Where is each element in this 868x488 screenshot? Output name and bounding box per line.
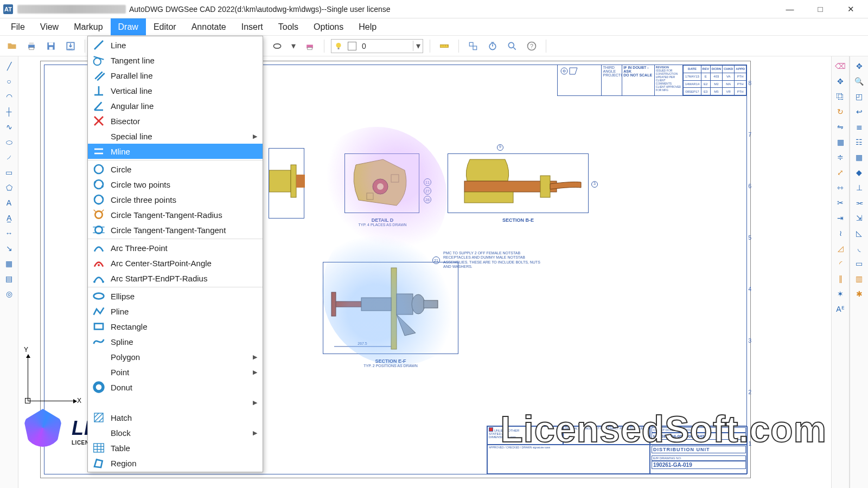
draw-menu-point[interactable]: Point▶ xyxy=(88,364,263,380)
modify-tool-scale-icon[interactable]: ⤢ xyxy=(833,166,847,179)
view-tool-ast-icon[interactable]: ✱ xyxy=(852,287,866,300)
draw-menu-arc-center-startpoint-angle[interactable]: Arc Center-StartPoint-Angle xyxy=(88,255,263,271)
modify-tool-copy-icon[interactable]: ⿻ xyxy=(833,90,847,103)
left-tool-axis-icon[interactable]: ┼ xyxy=(2,105,16,118)
left-tool-target-icon[interactable]: ◎ xyxy=(2,287,16,300)
modify-tool-break-icon[interactable]: ≀ xyxy=(833,227,847,240)
draw-menu-circle-tangent-tangent-tangent[interactable]: Circle Tangent-Tangent-Tangent xyxy=(88,222,263,237)
draw-menu-table[interactable]: Table xyxy=(88,440,263,455)
view-tool-prev-icon[interactable]: ↩ xyxy=(852,105,866,118)
export-image-icon[interactable]: IMG xyxy=(63,38,78,54)
draw-menu-circle-two-points[interactable]: Circle two points xyxy=(88,177,263,192)
draw-menu-parallel-line[interactable]: Parallel line xyxy=(88,68,263,83)
save-icon[interactable] xyxy=(43,38,59,54)
view-tool-join-icon[interactable]: ⫘ xyxy=(852,196,866,209)
view-tool-ch2-icon[interactable]: ◺ xyxy=(852,227,866,240)
minimize-button[interactable]: — xyxy=(782,4,797,14)
timer-icon[interactable] xyxy=(485,38,500,54)
menu-tools[interactable]: Tools xyxy=(271,18,306,35)
draw-menu-line[interactable]: Line xyxy=(88,37,263,53)
modify-tool-array-icon[interactable]: ▦ xyxy=(833,136,847,149)
find-icon[interactable] xyxy=(505,38,520,54)
modify-tool-textstyle-icon[interactable]: Aᴱ xyxy=(833,303,847,316)
draw-menu-circle-three-points[interactable]: Circle three points xyxy=(88,192,263,207)
menu-options[interactable]: Options xyxy=(306,18,351,35)
modify-tool-erase-icon[interactable]: ⌫ xyxy=(833,60,847,73)
draw-menu-spline[interactable]: Spline xyxy=(88,334,263,349)
select-similar-icon[interactable] xyxy=(465,38,481,54)
modify-tool-trim-icon[interactable]: ✂ xyxy=(833,196,847,209)
draw-menu-donut[interactable]: Donut xyxy=(88,380,263,395)
draw-menu-polygon[interactable]: Polygon▶ xyxy=(88,349,263,364)
draw-menu-arc-startpt-endpt-radius[interactable]: Arc StartPT-EndPT-Radius xyxy=(88,271,263,286)
left-tool-arc-icon[interactable]: ◠ xyxy=(2,90,16,103)
draw-menu-pline[interactable]: Pline xyxy=(88,304,263,319)
draw-menu-item[interactable]: ▶ xyxy=(88,395,263,410)
menu-editor[interactable]: Editor xyxy=(146,18,184,35)
layer-dropdown-caret-icon[interactable]: ▾ xyxy=(413,41,423,51)
draw-menu-hatch[interactable]: Hatch xyxy=(88,410,263,425)
modify-tool-align-icon[interactable]: ≑ xyxy=(833,151,847,164)
draw-menu-angular-line[interactable]: Angular line xyxy=(88,98,263,113)
open-icon[interactable] xyxy=(4,38,20,54)
modify-tool-fillet-icon[interactable]: ◜ xyxy=(833,257,847,270)
modify-tool-chamfer-icon[interactable]: ◿ xyxy=(833,242,847,255)
view-tool-grid-icon[interactable]: ▦ xyxy=(852,151,866,164)
draw-menu-circle-tangent-tangent-radius[interactable]: Circle Tangent-Tangent-Radius xyxy=(88,207,263,222)
left-tool-dim-icon[interactable]: ↔ xyxy=(2,227,16,240)
view-tool-layers-icon[interactable]: ≣ xyxy=(852,120,866,133)
layer-selector[interactable]: 0 ▾ xyxy=(331,39,423,53)
left-tool-circle-icon[interactable]: ○ xyxy=(2,75,16,88)
draw-menu-ellipse[interactable]: Ellipse xyxy=(88,288,263,304)
modify-tool-move-icon[interactable]: ✥ xyxy=(833,75,847,88)
left-tool-ellipse-icon[interactable]: ⬭ xyxy=(2,136,16,149)
view-tool-pal-icon[interactable]: ▥ xyxy=(852,272,866,285)
menu-help[interactable]: Help xyxy=(351,18,384,35)
loop-icon[interactable] xyxy=(270,38,285,54)
left-tool-spline-icon[interactable]: ∿ xyxy=(2,120,16,133)
menu-draw[interactable]: Draw xyxy=(111,18,146,35)
draw-menu-special-line[interactable]: Special line▶ xyxy=(88,129,263,144)
draw-menu-rectangle[interactable]: Rectangle xyxy=(88,319,263,334)
left-tool-polygon-icon[interactable]: ⬠ xyxy=(2,181,16,194)
view-tool-sel-icon[interactable]: ▭ xyxy=(852,257,866,270)
left-tool-hatch-icon[interactable]: ▦ xyxy=(2,257,16,270)
modify-tool-explode-icon[interactable]: ✶ xyxy=(833,287,847,300)
help-icon[interactable]: ? xyxy=(524,38,539,54)
left-tool-rect-icon[interactable]: ▭ xyxy=(2,166,16,179)
view-tool-ortho-icon[interactable]: ⊥ xyxy=(852,181,866,194)
menu-view[interactable]: View xyxy=(33,18,66,35)
view-tool-pan-icon[interactable]: ✥ xyxy=(852,60,866,73)
close-button[interactable]: ✕ xyxy=(843,4,858,14)
modify-tool-mirror-icon[interactable]: ⇋ xyxy=(833,120,847,133)
print-icon[interactable] xyxy=(24,38,39,54)
print2-icon[interactable] xyxy=(302,38,317,54)
draw-menu-circle[interactable]: Circle xyxy=(88,162,263,177)
view-tool-ext2-icon[interactable]: ⇲ xyxy=(852,211,866,224)
menu-file[interactable]: File xyxy=(3,18,33,35)
draw-menu-vertical-line[interactable]: Vertical line xyxy=(88,83,263,98)
menu-insert[interactable]: Insert xyxy=(234,18,271,35)
view-tool-window-icon[interactable]: ◰ xyxy=(852,90,866,103)
modify-tool-offset-icon[interactable]: ‖ xyxy=(833,272,847,285)
modify-tool-extend-icon[interactable]: ⇥ xyxy=(833,211,847,224)
draw-menu-region[interactable]: Region xyxy=(88,455,263,471)
left-tool-pline-icon[interactable]: ⟋ xyxy=(2,151,16,164)
maximize-button[interactable]: □ xyxy=(813,4,828,14)
view-tool-zoom-icon[interactable]: 🔍 xyxy=(852,75,866,88)
left-tool-mtext-icon[interactable]: A̲ xyxy=(2,211,16,224)
draw-menu-bisector[interactable]: Bisector xyxy=(88,113,263,129)
left-tool-line-icon[interactable]: ╱ xyxy=(2,60,16,73)
draw-menu-arc-three-point[interactable]: Arc Three-Point xyxy=(88,240,263,255)
menu-annotate[interactable]: Annotate xyxy=(184,18,234,35)
view-tool-fl2-icon[interactable]: ◟ xyxy=(852,242,866,255)
modify-tool-stretch-icon[interactable]: ⇿ xyxy=(833,181,847,194)
view-tool-snap-icon[interactable]: ◆ xyxy=(852,166,866,179)
draw-menu-mline[interactable]: Mline xyxy=(88,144,263,159)
left-tool-table-icon[interactable]: ▤ xyxy=(2,272,16,285)
modify-tool-rotate-icon[interactable]: ↻ xyxy=(833,105,847,118)
draw-menu-tangent-line[interactable]: Tangent line xyxy=(88,53,263,68)
left-tool-text-icon[interactable]: A xyxy=(2,196,16,209)
draw-menu-block[interactable]: Block▶ xyxy=(88,425,263,440)
dropdown-caret-icon[interactable]: ▾ xyxy=(289,38,298,54)
